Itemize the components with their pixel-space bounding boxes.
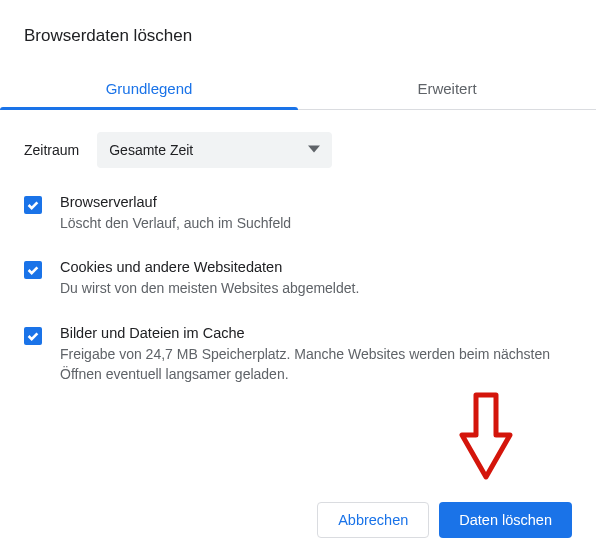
clear-browsing-data-dialog: Browserdaten löschen Grundlegend Erweite… bbox=[0, 0, 596, 556]
timerange-selected: Gesamte Zeit bbox=[109, 142, 193, 158]
dialog-body: Zeitraum Gesamte Zeit Browserverlauf Lös… bbox=[0, 110, 596, 384]
option-title: Bilder und Dateien im Cache bbox=[60, 325, 572, 341]
tab-bar: Grundlegend Erweitert bbox=[0, 68, 596, 110]
annotation-arrow-icon bbox=[458, 391, 514, 481]
check-icon bbox=[26, 329, 40, 343]
option-text: Browserverlauf Löscht den Verlauf, auch … bbox=[60, 194, 572, 233]
option-row-cookies: Cookies und andere Websitedaten Du wirst… bbox=[24, 259, 572, 298]
option-text: Bilder und Dateien im Cache Freigabe von… bbox=[60, 325, 572, 385]
timerange-label: Zeitraum bbox=[24, 142, 79, 158]
check-icon bbox=[26, 263, 40, 277]
dialog-footer: Abbrechen Daten löschen bbox=[0, 484, 596, 556]
tab-basic[interactable]: Grundlegend bbox=[0, 68, 298, 109]
confirm-button[interactable]: Daten löschen bbox=[439, 502, 572, 538]
option-title: Browserverlauf bbox=[60, 194, 572, 210]
option-desc: Freigabe von 24,7 MB Speicherplatz. Manc… bbox=[60, 344, 572, 385]
option-text: Cookies und andere Websitedaten Du wirst… bbox=[60, 259, 572, 298]
timerange-dropdown[interactable]: Gesamte Zeit bbox=[97, 132, 332, 168]
checkbox-cache[interactable] bbox=[24, 327, 42, 345]
tab-advanced[interactable]: Erweitert bbox=[298, 68, 596, 109]
dialog-title: Browserdaten löschen bbox=[0, 0, 596, 46]
option-desc: Du wirst von den meisten Websites abgeme… bbox=[60, 278, 572, 298]
cancel-button[interactable]: Abbrechen bbox=[317, 502, 429, 538]
check-icon bbox=[26, 198, 40, 212]
option-row-history: Browserverlauf Löscht den Verlauf, auch … bbox=[24, 194, 572, 233]
option-desc: Löscht den Verlauf, auch im Suchfeld bbox=[60, 213, 572, 233]
option-row-cache: Bilder und Dateien im Cache Freigabe von… bbox=[24, 325, 572, 385]
option-title: Cookies und andere Websitedaten bbox=[60, 259, 572, 275]
options-list: Browserverlauf Löscht den Verlauf, auch … bbox=[24, 194, 572, 384]
checkbox-history[interactable] bbox=[24, 196, 42, 214]
checkbox-cookies[interactable] bbox=[24, 261, 42, 279]
timerange-row: Zeitraum Gesamte Zeit bbox=[24, 132, 572, 168]
chevron-down-icon bbox=[308, 142, 320, 158]
